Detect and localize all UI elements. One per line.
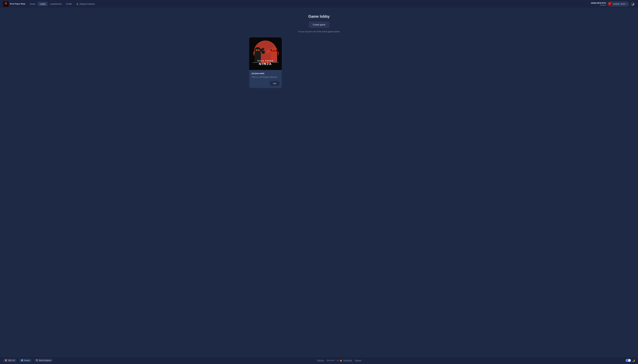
svg-rect-22 bbox=[266, 50, 267, 52]
games-grid: ROCK PAPER NINJA ryt-jveu-wmt This is a … bbox=[249, 38, 389, 88]
footer-right: 🌙 bbox=[626, 359, 635, 362]
games-container: ROCK PAPER NINJA ryt-jveu-wmt This is a … bbox=[249, 38, 389, 88]
eth-balance: 10000.0979 ETH Hardhat bbox=[591, 2, 606, 6]
nav-lobby[interactable]: Lobby bbox=[38, 2, 48, 6]
game-card-footer: Join bbox=[251, 81, 280, 86]
flame-icon: 🔥 bbox=[340, 359, 342, 362]
game-card-body: ryt-jveu-wmt This is a .1ETH game. Best … bbox=[249, 70, 282, 88]
create-game-button[interactable]: Create game bbox=[309, 22, 329, 28]
built-text: Built with ♡ at bbox=[327, 359, 339, 362]
faucet-icon: 🚰 bbox=[21, 359, 23, 362]
svg-rect-23 bbox=[268, 50, 269, 52]
toggle-knob bbox=[628, 359, 631, 362]
svg-point-11 bbox=[256, 50, 257, 51]
buidlguidl-link[interactable]: BuidlGuidl bbox=[343, 359, 352, 362]
footer: ⛽ 3811.42 🚰 Faucet 🔍 Block Explorer Fork… bbox=[0, 357, 638, 364]
wallet-address: 0x2546...Ec30 bbox=[613, 3, 625, 5]
game-card-description: This is a .1ETH game. Best 2/3 bbox=[251, 76, 280, 78]
faucet-label: Faucet bbox=[24, 359, 30, 362]
block-explorer-badge[interactable]: 🔍 Block Explorer bbox=[34, 359, 53, 362]
app-name: Rock Paper Ninja bbox=[10, 3, 25, 5]
svg-point-17 bbox=[272, 50, 274, 51]
nav-right: 10000.0979 ETH Hardhat 0x2546...Ec30 ▼ 🌙 bbox=[591, 2, 635, 7]
page-title: Game lobby bbox=[308, 14, 330, 18]
svg-text:ROCK PAPER: ROCK PAPER bbox=[258, 60, 274, 62]
nav-home[interactable]: Home bbox=[28, 2, 38, 6]
svg-point-5 bbox=[6, 3, 7, 4]
svg-point-18 bbox=[274, 50, 276, 51]
svg-point-4 bbox=[5, 3, 6, 4]
wallet-avatar bbox=[608, 2, 612, 6]
gas-badge[interactable]: ⛽ 3811.42 bbox=[3, 359, 16, 362]
moon-icon: 🌙 bbox=[632, 3, 634, 5]
fork-me-link[interactable]: Fork me bbox=[317, 359, 324, 362]
app-logo[interactable]: Rock Paper Ninja bbox=[3, 1, 25, 7]
game-card-image: ROCK PAPER NINJA bbox=[249, 38, 282, 70]
game-card-title: ryt-jveu-wmt bbox=[251, 72, 280, 75]
logo-icon bbox=[3, 1, 9, 7]
bug-icon: 🐛 bbox=[76, 3, 79, 5]
wallet-badge[interactable]: 0x2546...Ec30 ▼ bbox=[608, 2, 629, 7]
join-button[interactable]: Join bbox=[270, 81, 280, 86]
block-explorer-label: Block Explorer bbox=[39, 359, 51, 362]
svg-point-12 bbox=[258, 50, 260, 51]
faucet-badge[interactable]: 🚰 Faucet bbox=[19, 359, 32, 362]
gas-icon: ⛽ bbox=[5, 359, 7, 362]
footer-center: Fork me · Built with ♡ at 🔥 BuidlGuidl ·… bbox=[317, 359, 361, 362]
search-icon: 🔍 bbox=[36, 359, 38, 362]
svg-rect-16 bbox=[270, 50, 278, 51]
theme-toggle[interactable] bbox=[626, 359, 631, 362]
nav-profile[interactable]: Profile bbox=[64, 2, 74, 6]
navbar: Rock Paper Ninja Home Lobby Leaderboard … bbox=[0, 0, 638, 8]
eth-network: Hardhat bbox=[591, 4, 606, 6]
svg-rect-21 bbox=[266, 51, 269, 54]
dark-mode-toggle[interactable]: 🌙 bbox=[630, 2, 635, 6]
main-content: Game lobby Create game Or you can join o… bbox=[0, 8, 638, 357]
moon-icon: 🌙 bbox=[632, 359, 635, 362]
svg-text:NINJA: NINJA bbox=[259, 62, 272, 66]
support-link[interactable]: Support bbox=[355, 359, 361, 362]
nav-leaderboard[interactable]: Leaderboard bbox=[48, 2, 64, 6]
game-card[interactable]: ROCK PAPER NINJA ryt-jveu-wmt This is a … bbox=[249, 38, 282, 88]
footer-left: ⛽ 3811.42 🚰 Faucet 🔍 Block Explorer bbox=[3, 359, 53, 362]
gas-amount: 3811.42 bbox=[8, 359, 15, 362]
eth-amount: 10000.0979 ETH bbox=[591, 2, 606, 4]
join-text: Or you can join one of the active games … bbox=[298, 30, 340, 33]
svg-rect-20 bbox=[262, 50, 265, 54]
chevron-down-icon: ▼ bbox=[626, 3, 628, 5]
nav-debug[interactable]: 🐛 Debug Contracts bbox=[74, 2, 97, 6]
nav-links: Home Lobby Leaderboard Profile 🐛 Debug C… bbox=[28, 2, 590, 6]
